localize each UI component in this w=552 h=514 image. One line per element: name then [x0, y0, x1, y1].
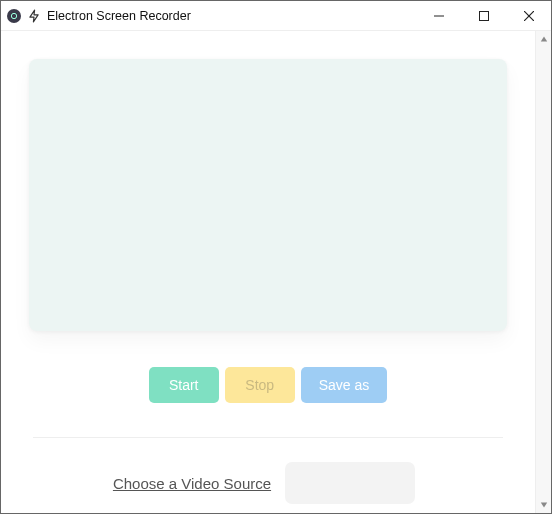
scrollbar[interactable]: [535, 31, 551, 513]
window-title: Electron Screen Recorder: [47, 9, 416, 23]
close-button[interactable]: [506, 1, 551, 30]
minimize-button[interactable]: [416, 1, 461, 30]
maximize-button[interactable]: [461, 1, 506, 30]
main-content: Start Stop Save as Choose a Video Source: [1, 31, 535, 513]
start-button[interactable]: Start: [149, 367, 219, 403]
svg-marker-6: [540, 503, 546, 508]
choose-source-label: Choose a Video Source: [113, 475, 271, 492]
app-icon: [7, 9, 21, 23]
svg-point-0: [11, 13, 16, 18]
controls-row: Start Stop Save as: [149, 367, 388, 403]
save-as-button[interactable]: Save as: [301, 367, 388, 403]
divider: [33, 437, 503, 438]
svg-marker-5: [540, 37, 546, 42]
scroll-up-icon[interactable]: [536, 31, 551, 47]
titlebar: Electron Screen Recorder: [1, 1, 551, 31]
stop-button[interactable]: Stop: [225, 367, 295, 403]
svg-rect-2: [479, 11, 488, 20]
window-controls: [416, 1, 551, 30]
bolt-icon: [27, 9, 41, 23]
choose-source-button[interactable]: [285, 462, 415, 504]
video-preview: [29, 59, 507, 331]
source-row: Choose a Video Source: [29, 462, 507, 504]
scroll-down-icon[interactable]: [536, 497, 551, 513]
